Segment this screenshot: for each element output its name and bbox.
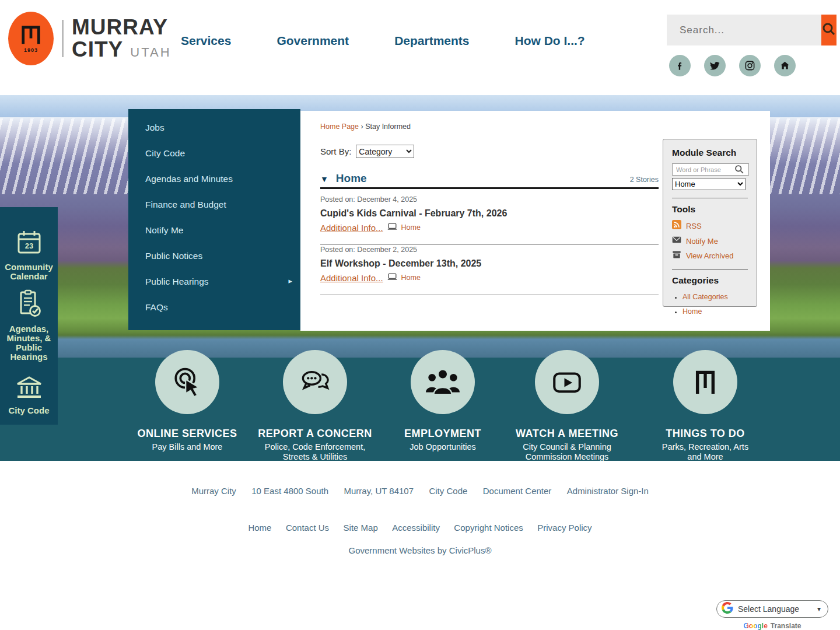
footer-link-city-code[interactable]: City Code xyxy=(429,486,467,496)
feature-things-to-do[interactable]: THINGS TO DO Parks, Recreation, Arts and… xyxy=(641,350,769,461)
search-icon xyxy=(821,22,836,38)
footer-attribution: Government Websites by CivicPlus® xyxy=(0,545,840,556)
quick-link-community-calendar[interactable]: 23 Community Calendar xyxy=(0,229,58,281)
search-button[interactable] xyxy=(821,15,836,46)
site-search xyxy=(667,15,831,46)
story-category-link[interactable]: Home xyxy=(401,223,421,232)
chat-bubbles-icon xyxy=(283,350,347,414)
feature-online-services[interactable]: ONLINE SERVICES Pay Bills and More xyxy=(123,350,251,452)
footer-link-site-map[interactable]: Site Map xyxy=(344,523,378,533)
quick-link-city-code[interactable]: City Code xyxy=(0,375,58,415)
footer-link-address[interactable]: 10 East 4800 South xyxy=(251,486,328,496)
tool-view-archived[interactable]: View Archived xyxy=(672,250,748,261)
story-posted-date: Posted on: December 2, 2025 xyxy=(320,246,659,254)
search-input[interactable] xyxy=(667,15,821,46)
logo-title-line1: MURRAY xyxy=(72,16,172,38)
nextdoor-icon[interactable] xyxy=(774,55,796,76)
logo-title-line2: CITY xyxy=(72,38,123,61)
logo-text: MURRAY CITYUTAH xyxy=(72,16,172,60)
sidebar-item-agendas-and-minutes[interactable]: Agendas and Minutes xyxy=(128,166,300,192)
google-logo-icon xyxy=(722,602,733,616)
murray-m-logo: 1903 xyxy=(8,12,54,65)
sidebar-item-faqs[interactable]: FAQs xyxy=(128,295,300,320)
feature-title: WATCH A MEETING xyxy=(503,428,631,440)
footer-link-admin-signin[interactable]: Administrator Sign-In xyxy=(567,486,649,496)
logo-region: UTAH xyxy=(130,46,171,59)
quick-link-label: City Code xyxy=(8,406,49,415)
footer-link-home[interactable]: Home xyxy=(248,523,271,533)
module-search-panel: Module Search Home Tools RSS Notify Me V… xyxy=(663,139,757,307)
footer-link-copyright[interactable]: Copyright Notices xyxy=(454,523,523,533)
feature-subtitle: Job Opportunities xyxy=(379,442,507,452)
calendar-day: 23 xyxy=(24,242,33,250)
government-building-icon xyxy=(15,375,44,402)
feature-watch-a-meeting[interactable]: WATCH A MEETING City Council & Planning … xyxy=(503,350,631,461)
breadcrumb-current: Stay Informed xyxy=(365,123,411,131)
logo-divider xyxy=(62,20,64,57)
tool-label[interactable]: Notify Me xyxy=(686,237,718,246)
news-story: Posted on: December 4, 2025 Cupid's Kids… xyxy=(320,195,659,233)
sidebar-item-label: Public Hearings xyxy=(145,276,209,286)
nav-how-do-i[interactable]: How Do I...? xyxy=(515,34,585,48)
sidebar-item-city-code[interactable]: City Code xyxy=(128,141,300,166)
stories-count: 2 Stories xyxy=(630,176,659,184)
click-pointer-icon xyxy=(155,350,219,414)
breadcrumb-home-link[interactable]: Home Page xyxy=(320,123,359,131)
sort-bar: Sort By: Category xyxy=(320,145,414,158)
twitter-icon[interactable] xyxy=(704,55,726,76)
feature-subtitle: Pay Bills and More xyxy=(123,442,251,452)
footer-link-document-center[interactable]: Document Center xyxy=(483,486,552,496)
translate-select-label: Select Language xyxy=(738,604,799,614)
sort-by-select[interactable]: Category xyxy=(356,145,414,158)
tool-rss[interactable]: RSS xyxy=(672,220,748,232)
nav-government[interactable]: Government xyxy=(276,34,349,48)
instagram-icon[interactable] xyxy=(739,55,761,76)
footer-link-accessibility[interactable]: Accessibility xyxy=(392,523,440,533)
sidebar-item-notify-me[interactable]: Notify Me xyxy=(128,218,300,243)
footer-utility-links: Home Contact Us Site Map Accessibility C… xyxy=(0,523,840,533)
google-translate-attribution: GoogleTranslate xyxy=(716,620,828,630)
story-category-link[interactable]: Home xyxy=(401,274,421,282)
social-links xyxy=(669,55,796,76)
story-posted-date: Posted on: December 4, 2025 xyxy=(320,195,659,204)
footer-link-privacy[interactable]: Privacy Policy xyxy=(537,523,592,533)
quick-link-agendas-minutes[interactable]: Agendas, Minutes, & Public Hearings xyxy=(0,289,58,362)
logo-year: 1903 xyxy=(24,47,38,53)
feature-subtitle: City Council & Planning Commission Meeti… xyxy=(503,442,631,461)
tool-label[interactable]: View Archived xyxy=(686,251,733,260)
envelope-icon xyxy=(672,236,681,246)
feature-report-a-concern[interactable]: REPORT A CONCERN Police, Code Enforcemen… xyxy=(251,350,379,461)
feature-title: THINGS TO DO xyxy=(641,428,769,440)
footer-link-city-state[interactable]: Murray, UT 84107 xyxy=(344,486,414,496)
footer-link-contact-us[interactable]: Contact Us xyxy=(286,523,329,533)
sidebar-item-public-notices[interactable]: Public Notices xyxy=(128,243,300,269)
tool-notify-me[interactable]: Notify Me xyxy=(672,236,748,246)
additional-info-link[interactable]: Additional Info... xyxy=(320,223,383,233)
footer-link-murray-city[interactable]: Murray City xyxy=(191,486,236,496)
section-sidebar-menu: Jobs City Code Agendas and Minutes Finan… xyxy=(128,109,300,330)
category-all-categories[interactable]: All Categories xyxy=(682,291,748,302)
feature-employment[interactable]: EMPLOYMENT Job Opportunities xyxy=(379,350,507,452)
nav-departments[interactable]: Departments xyxy=(394,34,469,48)
sidebar-item-public-hearings[interactable]: Public Hearings▸ xyxy=(128,269,300,295)
sidebar-item-finance-and-budget[interactable]: Finance and Budget xyxy=(128,192,300,218)
facebook-icon[interactable] xyxy=(669,55,691,76)
category-link[interactable]: All Categories xyxy=(682,293,728,301)
sidebar-item-jobs[interactable]: Jobs xyxy=(128,115,300,141)
tool-label[interactable]: RSS xyxy=(686,222,702,230)
google-translate-select[interactable]: Select Language ▾ xyxy=(716,600,828,618)
civicplus-attribution-link[interactable]: Government Websites by CivicPlus® xyxy=(348,545,491,555)
quick-links-bar: 23 Community Calendar Agendas, Minutes, … xyxy=(0,207,58,425)
module-search-title: Module Search xyxy=(672,148,748,158)
nav-services[interactable]: Services xyxy=(181,34,231,48)
additional-info-link[interactable]: Additional Info... xyxy=(320,273,383,283)
module-category-select[interactable]: Home xyxy=(672,178,746,190)
category-home[interactable]: Home xyxy=(682,306,748,316)
category-link[interactable]: Home xyxy=(682,307,702,316)
site-logo[interactable]: 1903 MURRAY CITYUTAH xyxy=(8,12,172,65)
breadcrumb: Home Page › Stay Informed xyxy=(320,123,411,131)
archive-icon xyxy=(672,250,681,261)
story-title: Elf Workshop - December 13th, 2025 xyxy=(320,258,659,269)
news-section-header[interactable]: ▼ Home 2 Stories xyxy=(320,172,659,185)
page-icon xyxy=(387,222,397,233)
